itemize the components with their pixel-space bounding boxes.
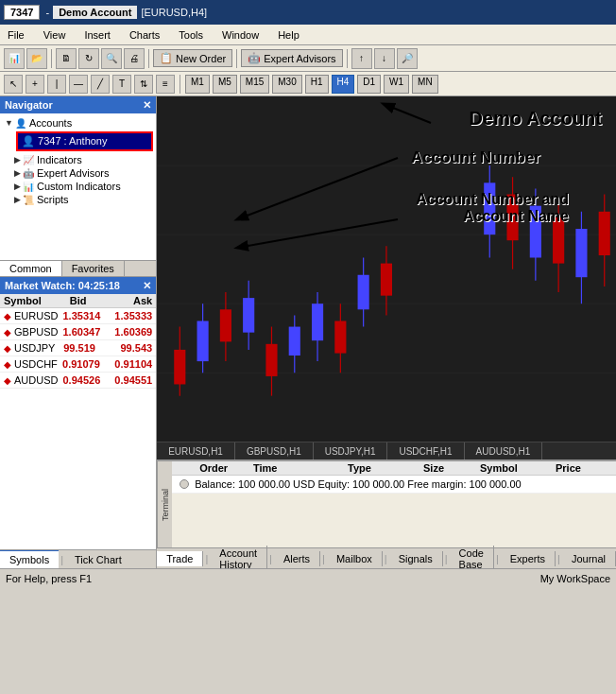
refresh-btn[interactable]: ↻ bbox=[78, 48, 99, 69]
svg-rect-13 bbox=[220, 309, 231, 341]
tf-m5[interactable]: M5 bbox=[213, 75, 237, 94]
hline-tool[interactable]: — bbox=[69, 75, 88, 94]
custom-indicators-node[interactable]: ▶ 📊 Custom Indicators bbox=[12, 180, 153, 193]
template-btn[interactable]: 🗎 bbox=[56, 48, 77, 69]
channel-tool[interactable]: ≡ bbox=[156, 75, 175, 94]
crosshair-tool[interactable]: + bbox=[26, 75, 44, 94]
term-col-order: Order bbox=[199, 462, 253, 474]
nav-tab-favorites[interactable]: Favorites bbox=[62, 261, 125, 276]
menu-file[interactable]: File bbox=[4, 27, 28, 43]
market-watch-close[interactable]: ✕ bbox=[143, 280, 151, 292]
tf-h4[interactable]: H4 bbox=[332, 75, 355, 94]
draw-tool[interactable]: ╱ bbox=[91, 75, 110, 94]
symbol-icon-usdjpy: ◆ bbox=[4, 343, 11, 354]
tf-d1[interactable]: D1 bbox=[357, 75, 381, 94]
term-tab-alerts[interactable]: Alerts bbox=[274, 551, 320, 566]
tf-m1[interactable]: M1 bbox=[185, 75, 210, 94]
tf-h1[interactable]: H1 bbox=[305, 75, 329, 94]
term-tab-experts[interactable]: Experts bbox=[501, 551, 556, 566]
account-highlight-box[interactable]: 👤 7347 : Anthony bbox=[16, 131, 153, 151]
terminal-strip[interactable]: Terminal bbox=[157, 461, 172, 547]
new-order-button[interactable]: 📋 New Order bbox=[153, 49, 232, 67]
scripts-node[interactable]: ▶ 📜 Scripts bbox=[12, 193, 153, 206]
navigator-tree: ▼ 👤 Accounts 👤 7347 : Anthony ▶ bbox=[0, 113, 156, 260]
expert-advisors-button[interactable]: 🤖 Expert Advisors bbox=[241, 49, 342, 67]
mw-row-eurusd[interactable]: ◆EURUSD 1.35314 1.35333 bbox=[0, 308, 156, 324]
tf-m15[interactable]: M15 bbox=[240, 75, 269, 94]
ci-expand: ▶ bbox=[14, 182, 21, 191]
expert-advisors-node[interactable]: ▶ 🤖 Expert Advisors bbox=[12, 166, 153, 180]
tb-btn-extra3[interactable]: 🔎 bbox=[397, 48, 418, 69]
market-watch-header: Market Watch: 04:25:18 ✕ bbox=[0, 277, 156, 294]
mw-bid-audusd: 0.94526 bbox=[58, 374, 105, 386]
line-tool[interactable]: | bbox=[47, 75, 66, 94]
svg-rect-21 bbox=[312, 304, 323, 340]
text-tool[interactable]: T bbox=[112, 75, 131, 94]
tb-btn-extra1[interactable]: ↑ bbox=[351, 48, 372, 69]
open-btn[interactable]: 📂 bbox=[26, 48, 47, 69]
tree-root[interactable]: ▼ 👤 Accounts bbox=[3, 116, 153, 130]
navigator-panel: Navigator ✕ ▼ 👤 Accounts 👤 7347 : Anthon… bbox=[0, 96, 156, 277]
navigator-tabs: Common Favorites bbox=[0, 260, 156, 276]
status-bar: For Help, press F1 My WorkSpace bbox=[0, 568, 616, 587]
term-tab-trade[interactable]: Trade bbox=[157, 551, 203, 566]
print-btn[interactable]: 🖨 bbox=[124, 48, 145, 69]
svg-rect-11 bbox=[197, 321, 209, 361]
symbol-icon-usdchf: ◆ bbox=[4, 359, 11, 370]
term-col-type: Type bbox=[348, 462, 423, 474]
chart-tab-usdjpy[interactable]: USDJPY,H1 bbox=[314, 442, 388, 460]
chart-tab-audusd[interactable]: AUDUSD,H1 bbox=[465, 442, 543, 460]
toolbar-sep-1 bbox=[51, 49, 52, 68]
tf-mn[interactable]: MN bbox=[412, 75, 438, 94]
mw-row-audusd[interactable]: ◆AUDUSD 0.94526 0.94551 bbox=[0, 373, 156, 389]
mw-symbol-usdchf: ◆USDCHF bbox=[4, 358, 58, 370]
cursor-tool[interactable]: ↖ bbox=[4, 75, 23, 94]
indicators-node[interactable]: ▶ 📈 Indicators bbox=[12, 153, 153, 166]
term-sep-1: | bbox=[203, 553, 210, 564]
mw-symbol-eurusd: ◆EURUSD bbox=[4, 310, 58, 321]
tf-w1[interactable]: W1 bbox=[384, 75, 409, 94]
symbol-icon-audusd: ◆ bbox=[4, 375, 11, 386]
term-tab-account-history[interactable]: Account History bbox=[210, 546, 267, 569]
term-sep-6: | bbox=[494, 553, 501, 564]
mw-tab-tick-chart[interactable]: Tick Chart bbox=[65, 550, 131, 568]
mw-tab-symbols[interactable]: Symbols bbox=[0, 550, 59, 568]
svg-rect-9 bbox=[174, 350, 185, 385]
menu-help[interactable]: Help bbox=[274, 27, 303, 43]
mw-bid-usdjpy: 99.519 bbox=[55, 342, 103, 354]
menu-window[interactable]: Window bbox=[218, 27, 263, 43]
navigator-close[interactable]: ✕ bbox=[143, 99, 151, 112]
scripts-expand: ▶ bbox=[14, 195, 21, 204]
mw-col-ask: Ask bbox=[103, 295, 152, 306]
term-tab-mailbox[interactable]: Mailbox bbox=[327, 551, 383, 566]
chart-tab-usdchf[interactable]: USDCHF,H1 bbox=[387, 442, 464, 460]
mw-row-gbpusd[interactable]: ◆GBPUSD 1.60347 1.60369 bbox=[0, 324, 156, 340]
menu-insert[interactable]: Insert bbox=[80, 27, 114, 43]
chart-tab-gbpusd[interactable]: GBPUSD,H1 bbox=[235, 442, 314, 460]
term-col-symbol: Symbol bbox=[480, 462, 556, 474]
mw-symbol-gbpusd: ◆GBPUSD bbox=[4, 326, 58, 338]
menu-view[interactable]: View bbox=[40, 27, 70, 43]
tb-btn-extra2[interactable]: ↓ bbox=[374, 48, 395, 69]
tf-m30[interactable]: M30 bbox=[272, 75, 301, 94]
toolbar-sep-3 bbox=[236, 49, 237, 68]
ci-icon: 📊 bbox=[23, 182, 34, 192]
menu-tools[interactable]: Tools bbox=[175, 27, 207, 43]
term-tab-code-base[interactable]: Code Base bbox=[450, 546, 494, 569]
fib-tool[interactable]: ⇅ bbox=[134, 75, 153, 94]
svg-rect-33 bbox=[530, 206, 541, 258]
title-bar: 7347 - Demo Account [EURUSD,H4] bbox=[0, 0, 616, 25]
mw-row-usdchf[interactable]: ◆USDCHF 0.91079 0.91104 bbox=[0, 356, 156, 373]
new-chart-btn[interactable]: 📊 bbox=[4, 48, 25, 69]
mw-row-usdjpy[interactable]: ◆USDJPY 99.519 99.543 bbox=[0, 340, 156, 356]
accounts-icon: 👤 bbox=[15, 118, 26, 129]
chart-tab-eurusd[interactable]: EURUSD,H1 bbox=[157, 442, 235, 460]
svg-rect-27 bbox=[381, 264, 392, 296]
term-tab-signals[interactable]: Signals bbox=[389, 551, 443, 566]
term-tab-journal[interactable]: Journal bbox=[562, 551, 616, 566]
zoom-in-btn[interactable]: 🔍 bbox=[101, 48, 122, 69]
mw-bid-eurusd: 1.35314 bbox=[58, 310, 105, 321]
tree-root-label: Accounts bbox=[29, 117, 72, 129]
menu-charts[interactable]: Charts bbox=[126, 27, 163, 43]
nav-tab-common[interactable]: Common bbox=[0, 261, 62, 276]
